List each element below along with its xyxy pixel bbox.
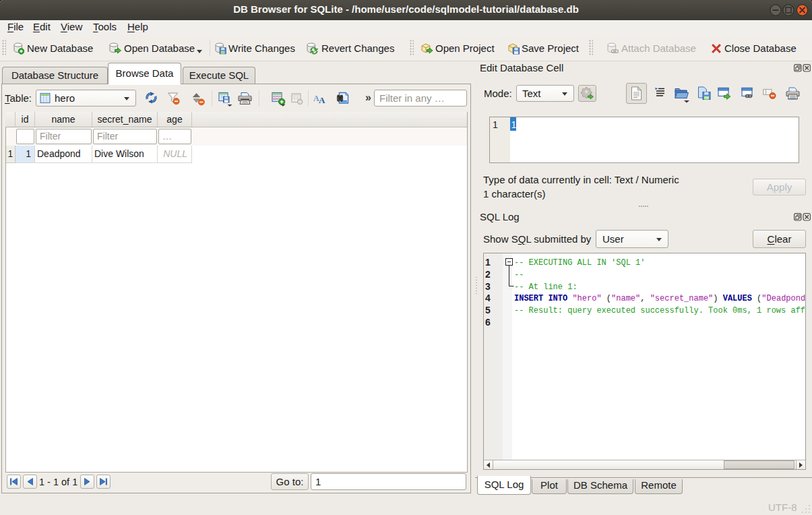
- svg-text:A: A: [319, 95, 325, 104]
